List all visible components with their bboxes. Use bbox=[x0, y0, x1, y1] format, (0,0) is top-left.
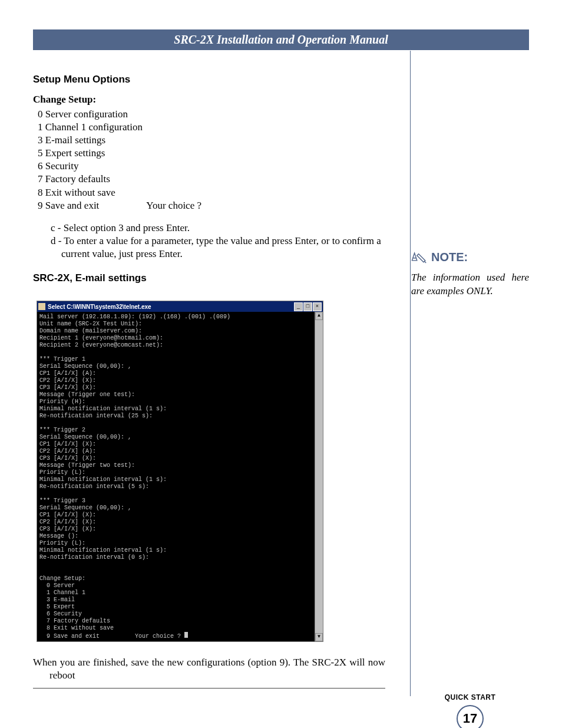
menu-item: 8 Exit without save bbox=[38, 186, 389, 199]
page-footer: QUICK START 17 bbox=[411, 693, 529, 728]
note-body: The information used here are examples O… bbox=[411, 271, 529, 298]
setup-menu-list: 0 Server configuration 1 Channel 1 confi… bbox=[38, 108, 389, 212]
scroll-up-icon[interactable]: ▲ bbox=[315, 312, 323, 320]
setup-heading: Setup Menu Options bbox=[33, 74, 389, 85]
cursor-icon bbox=[184, 632, 188, 638]
footer-section-label: QUICK START bbox=[411, 693, 529, 701]
page-number: 17 bbox=[457, 705, 484, 728]
header-title: SRC-2X Installation and Operation Manual bbox=[174, 33, 388, 46]
minimize-button[interactable]: _ bbox=[294, 302, 303, 311]
terminal-scrollbar[interactable]: ▲ ▼ bbox=[315, 312, 323, 641]
main-column: Setup Menu Options Change Setup: 0 Serve… bbox=[33, 50, 405, 728]
menu-item-text: 9 Save and exit bbox=[38, 200, 99, 211]
menu-item: 9 Save and exitYour choice ? bbox=[38, 199, 389, 212]
menu-item: 0 Server configuration bbox=[38, 108, 389, 121]
terminal-output: Mail server (192.168.1.89): (192) .(168)… bbox=[37, 312, 315, 641]
menu-item: 7 Factory defaults bbox=[38, 173, 389, 186]
side-column: NOTE: The information used here are exam… bbox=[405, 50, 529, 728]
menu-item: 1 Channel 1 configuration bbox=[38, 121, 389, 134]
page-header: SRC-2X Installation and Operation Manual bbox=[33, 29, 529, 50]
step-c: c - Select option 3 and press Enter. bbox=[38, 222, 389, 235]
terminal-titlebar: Select C:\WINNT\system32\telnet.exe _ □ … bbox=[37, 301, 323, 312]
step-d: d - To enter a value for a parameter, ty… bbox=[38, 235, 389, 261]
finish-paragraph: When you are finished, save the new conf… bbox=[33, 656, 385, 682]
scroll-down-icon[interactable]: ▼ bbox=[315, 633, 323, 641]
terminal-title: Select C:\WINNT\system32\telnet.exe bbox=[48, 304, 293, 310]
maximize-button[interactable]: □ bbox=[303, 302, 312, 311]
change-setup-label: Change Setup: bbox=[33, 94, 389, 106]
email-settings-heading: SRC-2X, E-mail settings bbox=[33, 272, 389, 284]
note-label: NOTE: bbox=[431, 251, 468, 264]
menu-item: 6 Security bbox=[38, 160, 389, 173]
menu-item: 5 Expert settings bbox=[38, 147, 389, 160]
bottom-rule bbox=[33, 688, 385, 689]
terminal-body-wrap: Mail server (192.168.1.89): (192) .(168)… bbox=[37, 312, 323, 641]
note-heading: NOTE: bbox=[411, 251, 529, 264]
page-number-value: 17 bbox=[463, 711, 477, 726]
terminal-text: Mail server (192.168.1.89): (192) .(168)… bbox=[39, 314, 230, 640]
app-icon bbox=[38, 303, 45, 310]
menu-item: 3 E-mail settings bbox=[38, 134, 389, 147]
terminal-window: Select C:\WINNT\system32\telnet.exe _ □ … bbox=[37, 301, 323, 642]
steps-block: c - Select option 3 and press Enter. d -… bbox=[38, 222, 389, 261]
your-choice-prompt: Your choice ? bbox=[146, 199, 201, 212]
page-body: Setup Menu Options Change Setup: 0 Serve… bbox=[0, 50, 562, 728]
pencil-icon bbox=[411, 251, 428, 264]
close-button[interactable]: × bbox=[313, 302, 322, 311]
